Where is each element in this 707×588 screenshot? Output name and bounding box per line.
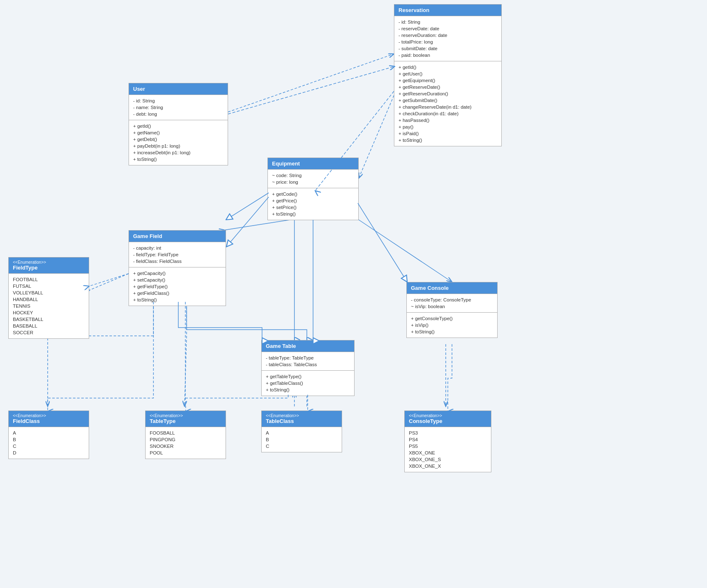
reservation-header: Reservation <box>394 5 501 16</box>
method-field: + increaseDebt(in p1: long) <box>133 149 224 156</box>
fieldtype-enum: <<Enumeration>> FieldType FOOTBALL FUTSA… <box>8 257 89 339</box>
equipment-title: Equipment <box>272 160 300 167</box>
method-field: + pay() <box>398 124 497 130</box>
tabletype-values: FOOSBALL PINGPONG SNOOKER POOL <box>146 427 226 459</box>
gametable-methods: + getTableType() + getTableClass() + toS… <box>262 370 354 396</box>
connectors-svg <box>0 0 707 588</box>
attr-field: ~ price: long <box>272 179 354 185</box>
gametable-class: Game Table - tableType: TableType - tabl… <box>261 340 355 396</box>
method-field: + getId() <box>398 64 497 70</box>
method-field: + getConsoleType() <box>411 315 493 322</box>
attr-field: - submitDate: date <box>398 45 497 52</box>
attr-field: ~ code: String <box>272 172 354 179</box>
equipment-class: Equipment ~ code: String ~ price: long +… <box>267 158 359 220</box>
method-field: + payDebt(in p1: long) <box>133 143 224 149</box>
tableclass-title: TableClass <box>266 418 294 424</box>
method-field: + getReserveDate() <box>398 84 497 90</box>
svg-line-3 <box>228 54 394 112</box>
user-methods: + getId() + getName() + getDebt() + payD… <box>129 120 228 165</box>
attr-field: - tableClass: TableClass <box>266 361 350 368</box>
attr-field: - name: String <box>133 104 224 111</box>
svg-line-5 <box>224 220 290 230</box>
svg-line-6 <box>89 274 129 290</box>
attr-field: - paid: boolean <box>398 52 497 58</box>
method-field: + toString() <box>398 137 497 143</box>
method-field: + getName() <box>133 129 224 136</box>
svg-line-4 <box>359 95 394 178</box>
method-field: + isVip() <box>411 322 493 328</box>
method-field: + getPrice() <box>272 197 354 204</box>
method-field: + getFieldClass() <box>133 290 221 296</box>
method-field: + setCapacity() <box>133 277 221 283</box>
method-field: + getEquipment() <box>398 77 497 84</box>
gamefield-class: Game Field - capacity: int - fieldType: … <box>129 230 226 306</box>
gamefield-attributes: - capacity: int - fieldType: FieldType -… <box>129 242 226 267</box>
diagram-container: Reservation - id: String - reserveDate: … <box>0 0 707 588</box>
method-field: + getCapacity() <box>133 270 221 277</box>
fieldtype-header: <<Enumeration>> FieldType <box>9 258 89 273</box>
method-field: + getTableClass() <box>266 380 350 386</box>
method-field: + getUser() <box>398 70 497 77</box>
svg-line-12 <box>358 203 407 282</box>
fieldtype-values: FOOTBALL FUTSAL VOLLEYBALL HANDBALL TENN… <box>9 273 89 338</box>
attr-field: - tableType: TableType <box>266 355 350 361</box>
method-field: + changeReserveDate(in d1: date) <box>398 104 497 110</box>
reservation-class: Reservation - id: String - reserveDate: … <box>394 4 502 146</box>
fieldclass-stereotype: <<Enumeration>> <box>13 413 85 418</box>
gameconsole-attributes: - consoleType: ConsoleType ~ isVip: bool… <box>407 294 497 312</box>
attr-field: - reserveDuration: date <box>398 32 497 39</box>
consoletype-header: <<Enumeration>> ConsoleType <box>405 411 491 427</box>
tableclass-values: A B C <box>262 427 342 452</box>
svg-line-13 <box>89 274 129 286</box>
fieldclass-header: <<Enumeration>> FieldClass <box>9 411 89 427</box>
gametable-title: Game Table <box>266 343 296 349</box>
attr-field: - id: String <box>398 19 497 25</box>
consoletype-enum: <<Enumeration>> ConsoleType PS3 PS4 PS5 … <box>404 411 491 472</box>
method-field: + checkDuration(in d1: date) <box>398 110 497 117</box>
method-field: + getSubmitDate() <box>398 97 497 104</box>
attr-field: - fieldType: FieldType <box>133 251 221 258</box>
gameconsole-methods: + getConsoleType() + isVip() + toString(… <box>407 312 497 338</box>
tabletype-enum: <<Enumeration>> TableType FOOSBALL PINGP… <box>145 411 226 459</box>
method-field: + getCode() <box>272 191 354 197</box>
fieldtype-title: FieldType <box>13 265 38 271</box>
method-field: + getFieldType() <box>133 283 221 290</box>
gamefield-header: Game Field <box>129 231 226 242</box>
user-class: User - id: String - name: String - debt:… <box>129 83 228 165</box>
gametable-attributes: - tableType: TableType - tableClass: Tab… <box>262 352 354 370</box>
method-field: + getDebt() <box>133 136 224 143</box>
equipment-methods: + getCode() + getPrice() + setPrice() + … <box>268 188 358 220</box>
svg-line-10 <box>226 197 269 247</box>
attr-field: - debt: long <box>133 111 224 117</box>
method-field: + hasPassed() <box>398 117 497 124</box>
consoletype-stereotype: <<Enumeration>> <box>409 413 487 418</box>
tableclass-header: <<Enumeration>> TableClass <box>262 411 342 427</box>
method-field: + setPrice() <box>272 204 354 211</box>
consoletype-values: PS3 PS4 PS5 XBOX_ONE XBOX_ONE_S XBOX_ONE… <box>405 427 491 472</box>
method-field: + isPaid() <box>398 130 497 137</box>
attr-field: - reserveDate: date <box>398 25 497 32</box>
reservation-attributes: - id: String - reserveDate: date - reser… <box>394 16 501 61</box>
user-attributes: - id: String - name: String - debt: long <box>129 95 228 120</box>
gametable-header: Game Table <box>262 340 354 352</box>
user-title: User <box>133 86 145 92</box>
fieldtype-stereotype: <<Enumeration>> <box>13 260 85 265</box>
gamefield-methods: + getCapacity() + setCapacity() + getFie… <box>129 267 226 306</box>
method-field: + toString() <box>272 211 354 217</box>
tabletype-title: TableType <box>150 418 175 424</box>
method-field: + getReserveDuration() <box>398 90 497 97</box>
method-field: + toString() <box>133 296 221 303</box>
fieldclass-values: A B C D <box>9 427 89 459</box>
fieldclass-enum: <<Enumeration>> FieldClass A B C D <box>8 411 89 459</box>
attr-field: - fieldClass: FieldClass <box>133 258 221 265</box>
gamefield-title: Game Field <box>133 233 162 239</box>
gameconsole-class: Game Console - consoleType: ConsoleType … <box>406 282 498 338</box>
gameconsole-title: Game Console <box>411 285 449 291</box>
method-field: + toString() <box>266 386 350 393</box>
user-header: User <box>129 83 228 95</box>
connector-layer <box>0 0 707 588</box>
method-field: + getId() <box>133 123 224 129</box>
attr-field: - consoleType: ConsoleType <box>411 296 493 303</box>
tabletype-stereotype: <<Enumeration>> <box>150 413 221 418</box>
attr-field: ~ isVip: boolean <box>411 303 493 310</box>
